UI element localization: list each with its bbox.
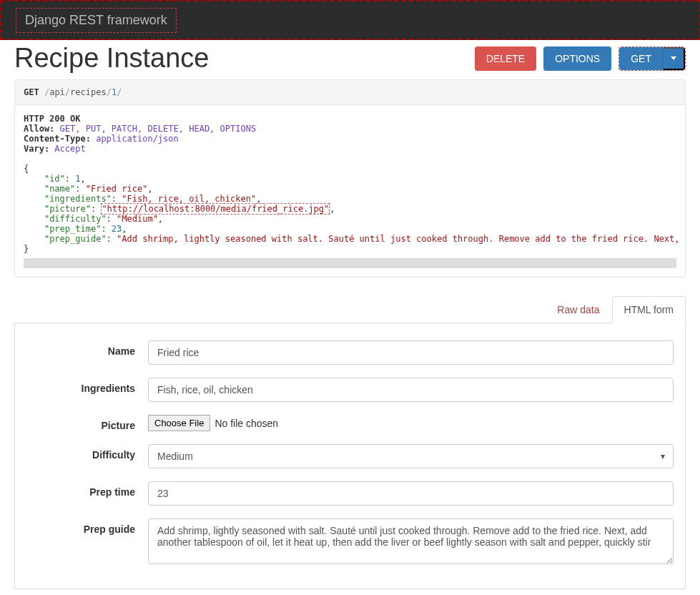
prep-guide-label: Prep guide xyxy=(26,518,148,564)
picture-url-link[interactable]: "http://localhost:8000/media/fried_rice.… xyxy=(101,203,330,215)
prep-guide-textarea[interactable]: Add shrimp, lightly seasoned with salt. … xyxy=(148,518,674,564)
navbar-brand-highlight: Django REST framework xyxy=(16,8,177,33)
page-title: Recipe Instance xyxy=(14,43,209,74)
picture-label: Picture xyxy=(26,415,148,431)
page-header: Recipe Instance DELETE OPTIONS GET xyxy=(0,40,700,79)
no-file-text: No file chosen xyxy=(215,418,278,429)
tab-raw-data[interactable]: Raw data xyxy=(545,296,611,323)
form-tabs: Raw data HTML form xyxy=(14,296,686,323)
caret-down-icon xyxy=(671,56,676,60)
difficulty-select[interactable]: Medium xyxy=(148,444,674,468)
content: GET /api/recipes/1/ HTTP 200 OK Allow: G… xyxy=(0,79,700,595)
horizontal-scrollbar[interactable] xyxy=(24,258,676,268)
name-label: Name xyxy=(26,340,148,365)
html-form-panel: Name Ingredients Picture Choose File No … xyxy=(14,323,686,589)
navbar-brand[interactable]: Django REST framework xyxy=(25,13,167,27)
response-box: HTTP 200 OK Allow: GET, PUT, PATCH, DELE… xyxy=(14,105,686,277)
name-input[interactable] xyxy=(148,340,674,365)
response-status: HTTP 200 OK xyxy=(24,114,676,124)
ingredients-label: Ingredients xyxy=(26,378,148,402)
delete-button[interactable]: DELETE xyxy=(475,46,536,71)
choose-file-button[interactable]: Choose File xyxy=(148,415,210,431)
options-button[interactable]: OPTIONS xyxy=(543,46,611,71)
tab-html-form[interactable]: HTML form xyxy=(612,296,686,323)
response-json: { "id": 1, "name": "Fried rice", "ingred… xyxy=(24,164,676,254)
prep-time-label: Prep time xyxy=(26,481,148,506)
ingredients-input[interactable] xyxy=(148,378,674,402)
request-line: GET /api/recipes/1/ xyxy=(14,79,686,105)
get-button-group: GET xyxy=(618,46,686,71)
prep-time-input[interactable] xyxy=(148,481,674,506)
request-method: GET xyxy=(24,87,39,97)
get-dropdown-toggle[interactable] xyxy=(663,47,685,70)
get-button[interactable]: GET xyxy=(619,47,663,70)
navbar: Django REST framework xyxy=(0,0,700,40)
action-buttons: DELETE OPTIONS GET xyxy=(475,46,686,71)
difficulty-label: Difficulty xyxy=(26,444,148,468)
